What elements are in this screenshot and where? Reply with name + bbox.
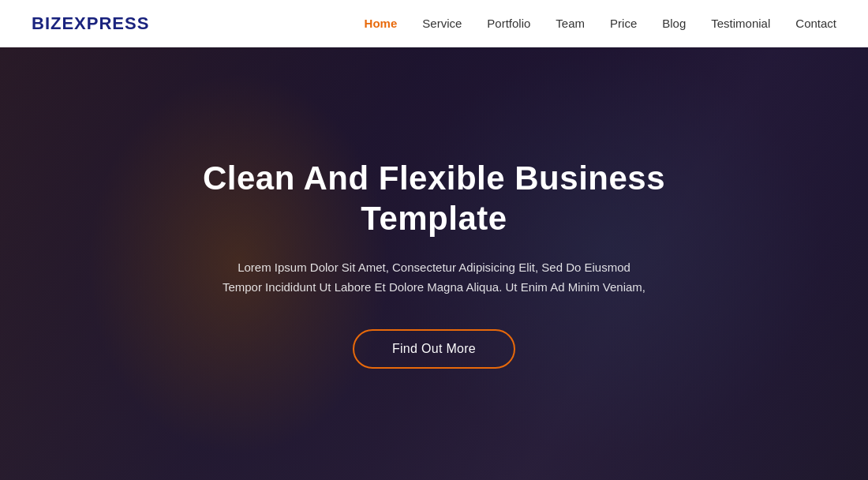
nav-item-service[interactable]: Service bbox=[422, 17, 462, 31]
hero-subtitle-line2: Tempor Incididunt Ut Labore Et Dolore Ma… bbox=[223, 280, 645, 294]
nav-link-team[interactable]: Team bbox=[556, 17, 585, 30]
hero-title: Clean And Flexible Business Template bbox=[174, 159, 694, 238]
find-out-more-button[interactable]: Find Out More bbox=[353, 329, 515, 369]
nav-link-contact[interactable]: Contact bbox=[795, 17, 836, 30]
nav-link-testimonial[interactable]: Testimonial bbox=[711, 17, 770, 30]
hero-section: Clean And Flexible Business Template Lor… bbox=[0, 0, 868, 480]
nav-item-portfolio[interactable]: Portfolio bbox=[487, 17, 530, 31]
nav-item-testimonial[interactable]: Testimonial bbox=[711, 17, 770, 31]
nav-item-contact[interactable]: Contact bbox=[795, 17, 836, 31]
brand-logo[interactable]: BIZEXPRESS bbox=[32, 13, 149, 34]
nav-link-price[interactable]: Price bbox=[610, 17, 637, 30]
hero-content: Clean And Flexible Business Template Lor… bbox=[158, 159, 710, 369]
hero-subtitle-line1: Lorem Ipsum Dolor Sit Amet, Consectetur … bbox=[238, 261, 630, 274]
nav-item-price[interactable]: Price bbox=[610, 17, 637, 31]
nav-link-home[interactable]: Home bbox=[365, 17, 398, 30]
nav-item-blog[interactable]: Blog bbox=[662, 17, 686, 31]
nav-link-portfolio[interactable]: Portfolio bbox=[487, 17, 530, 30]
nav-item-team[interactable]: Team bbox=[556, 17, 585, 31]
nav-item-home[interactable]: Home bbox=[365, 17, 398, 31]
navbar: BIZEXPRESS Home Service Portfolio Team P… bbox=[0, 0, 868, 47]
hero-subtitle: Lorem Ipsum Dolor Sit Amet, Consectetur … bbox=[174, 257, 694, 298]
nav-link-blog[interactable]: Blog bbox=[662, 17, 686, 30]
nav-links: Home Service Portfolio Team Price Blog T… bbox=[365, 17, 836, 31]
nav-link-service[interactable]: Service bbox=[422, 17, 462, 30]
